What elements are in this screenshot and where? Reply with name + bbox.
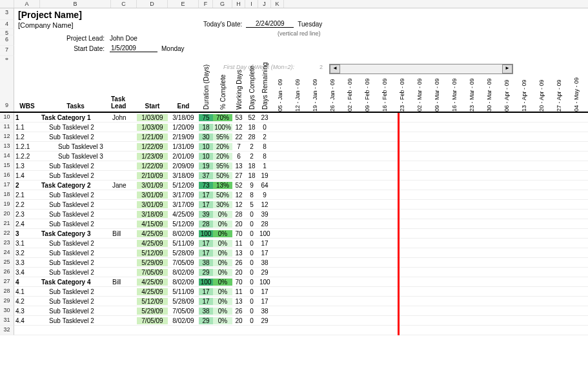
cell-start[interactable]: 5/12/09 <box>137 250 168 257</box>
cell-working-days[interactable]: 20 <box>232 317 245 324</box>
cell-task[interactable]: Sub Tasklevel 2 <box>40 288 111 295</box>
cell-wbs[interactable]: 3.1 <box>14 240 40 247</box>
col-header-J[interactable]: J <box>258 0 271 8</box>
cell-end[interactable]: 5/28/09 <box>168 250 199 257</box>
cell-days-remaining[interactable]: 17 <box>258 298 271 305</box>
start-date-value[interactable]: 1/5/2009 <box>110 44 157 52</box>
cell-wbs[interactable]: 3.2 <box>14 250 40 257</box>
cell-end[interactable]: 8/02/09 <box>168 279 199 286</box>
cell-pct-complete[interactable]: 50% <box>213 172 232 179</box>
cell-days-complete[interactable]: 28 <box>245 133 258 141</box>
header-working-days[interactable]: Working Days <box>232 60 245 112</box>
cell-working-days[interactable]: 6 <box>232 153 245 160</box>
cell-task[interactable]: Task Category 2 <box>40 182 111 189</box>
cell-duration[interactable]: 30 <box>199 133 213 141</box>
cell-task[interactable]: Sub Tasklevel 2 <box>40 192 111 199</box>
cell-working-days[interactable]: 13 <box>232 162 245 170</box>
cell-days-remaining[interactable]: 28 <box>258 221 271 228</box>
cell-duration[interactable]: 100 <box>199 279 213 286</box>
cell-days-complete[interactable]: 0 <box>245 279 258 286</box>
cell-start[interactable]: 5/29/09 <box>137 308 168 315</box>
cell-days-complete[interactable]: 52 <box>245 114 258 121</box>
row-num-13[interactable]: 13 <box>0 142 14 152</box>
cell-start[interactable]: 4/25/09 <box>137 288 168 295</box>
cell-pct-complete[interactable]: 95% <box>213 162 232 170</box>
cell-duration[interactable]: 100 <box>199 230 213 237</box>
cell-task[interactable]: Sub Tasklevel 2 <box>40 172 111 179</box>
cell-days-complete[interactable]: 5 <box>245 201 258 208</box>
row-num-10[interactable]: 10 <box>0 113 14 123</box>
timeline-date[interactable]: 05 - Jan - 09 <box>271 60 289 112</box>
cell-days-complete[interactable]: 2 <box>245 153 258 160</box>
cell-end[interactable]: 3/17/09 <box>168 192 199 199</box>
cell-days-complete[interactable]: 0 <box>245 317 258 324</box>
cell-start[interactable]: 1/23/09 <box>137 153 168 160</box>
col-header-D[interactable]: D <box>137 0 168 8</box>
cell-days-remaining[interactable]: 2 <box>258 133 271 141</box>
cell-task[interactable]: Sub Tasklevel 2 <box>40 211 111 218</box>
timeline-date[interactable]: 12 - Jan - 09 <box>289 60 306 112</box>
cell-working-days[interactable]: 70 <box>232 279 245 286</box>
cell-pct-complete[interactable]: 0% <box>213 240 232 247</box>
col-header-H[interactable]: H <box>232 0 245 8</box>
cell-days-complete[interactable]: 0 <box>245 288 258 295</box>
cell-task[interactable]: Sub Tasklevel 2 <box>40 221 111 228</box>
cell-days-remaining[interactable]: 8 <box>258 143 271 150</box>
cell-task[interactable]: Sub Tasklevel 2 <box>40 269 111 276</box>
row-num-15[interactable]: 15 <box>0 161 14 171</box>
timeline-date[interactable]: 23 - Feb - 09 <box>393 60 411 112</box>
col-header-F[interactable]: F <box>199 0 213 8</box>
cell-wbs[interactable]: 2 <box>14 182 40 189</box>
cell-duration[interactable]: 39 <box>199 211 213 218</box>
cell-start[interactable]: 7/05/09 <box>137 269 168 276</box>
row-num-29[interactable]: 29 <box>0 297 14 306</box>
cell-pct-complete[interactable]: 70% <box>213 114 232 121</box>
cell-days-remaining[interactable]: 64 <box>258 182 271 189</box>
cell-task[interactable]: Sub Tasklevel 3 <box>40 153 111 160</box>
cell-end[interactable]: 5/11/09 <box>168 288 199 295</box>
cell-wbs[interactable]: 2.1 <box>14 192 40 199</box>
row-num-14[interactable]: 14 <box>0 152 14 161</box>
cell-end[interactable]: 5/11/09 <box>168 240 199 247</box>
cell-pct-complete[interactable]: 0% <box>213 250 232 257</box>
cell-start[interactable]: 1/03/09 <box>137 124 168 131</box>
cell-pct-complete[interactable]: 0% <box>213 308 232 315</box>
cell-working-days[interactable]: 11 <box>232 240 245 247</box>
cell-start[interactable]: 4/25/09 <box>137 279 168 286</box>
timeline-date[interactable]: 27 - Apr - 09 <box>550 60 567 112</box>
timeline-date[interactable]: 13 - Apr - 09 <box>515 60 532 112</box>
header-tasks[interactable]: Tasks <box>40 103 111 112</box>
cell-wbs[interactable]: 4 <box>14 279 40 286</box>
cell-pct-complete[interactable]: 0% <box>213 230 232 237</box>
cell-working-days[interactable]: 26 <box>232 259 245 266</box>
cell-start[interactable]: 1/03/09 <box>137 114 168 121</box>
row-num-30[interactable]: 30 <box>0 306 14 316</box>
col-header-I[interactable]: I <box>245 0 258 8</box>
timeline-date[interactable]: 06 - Apr - 09 <box>498 60 515 112</box>
cell-end[interactable]: 5/28/09 <box>168 298 199 305</box>
cell-duration[interactable]: 10 <box>199 143 213 150</box>
cell-duration[interactable]: 38 <box>199 308 213 315</box>
cell-wbs[interactable]: 4.4 <box>14 317 40 324</box>
cell-days-remaining[interactable]: 12 <box>258 201 271 208</box>
cell-duration[interactable]: 17 <box>199 240 213 247</box>
cell-working-days[interactable]: 22 <box>232 133 245 141</box>
cell-end[interactable]: 2/09/09 <box>168 162 199 170</box>
cell-task[interactable]: Sub Tasklevel 2 <box>40 162 111 170</box>
cell-duration[interactable]: 38 <box>199 259 213 266</box>
col-header-A[interactable]: A <box>14 0 40 8</box>
timeline-date[interactable]: 02 - Mar - 09 <box>411 60 428 112</box>
cell-days-complete[interactable]: 0 <box>245 298 258 305</box>
cell-days-remaining[interactable]: 100 <box>258 279 271 286</box>
cell-duration[interactable]: 18 <box>199 124 213 131</box>
cell-duration[interactable]: 29 <box>199 317 213 324</box>
select-all-corner[interactable] <box>0 0 14 8</box>
cell-wbs[interactable]: 3.3 <box>14 259 40 266</box>
cell-wbs[interactable]: 1.4 <box>14 172 40 179</box>
cell-wbs[interactable]: 1.1 <box>14 124 40 131</box>
cell-days-remaining[interactable]: 1 <box>258 162 271 170</box>
timeline-date[interactable]: 16 - Feb - 09 <box>376 60 393 112</box>
cell-days-complete[interactable]: 0 <box>245 308 258 315</box>
cell-duration[interactable]: 10 <box>199 153 213 160</box>
cell-pct-complete[interactable]: 100% <box>213 124 232 131</box>
